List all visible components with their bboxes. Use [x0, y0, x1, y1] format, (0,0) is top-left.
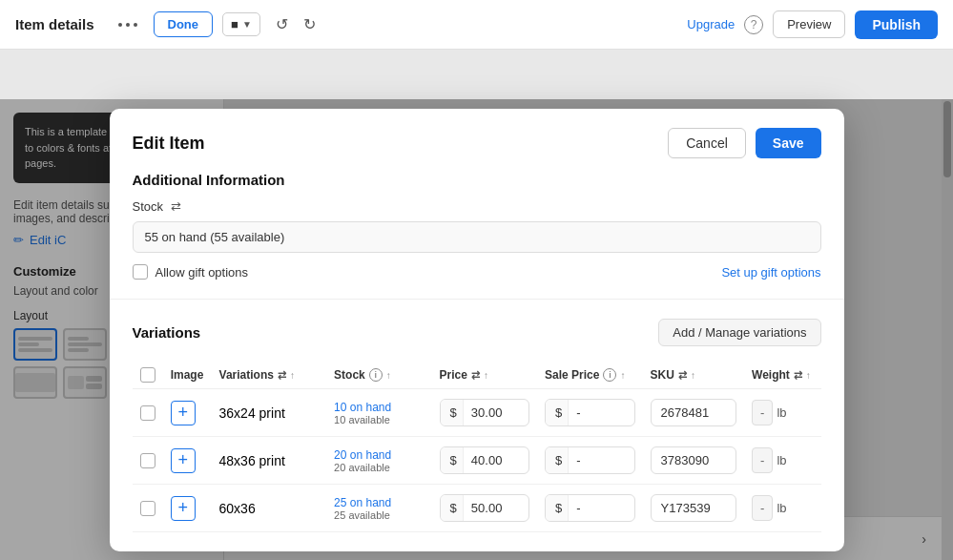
var-sync-icon[interactable]: ⇄ — [278, 369, 286, 382]
stock-info-icon[interactable]: i — [369, 368, 383, 382]
variation-name: 36x24 print — [219, 405, 285, 421]
table-row: + 48x36 print 20 on hand 20 available $ … — [133, 437, 821, 485]
sale-currency-1: $ — [546, 447, 569, 473]
gift-label: Allow gift options — [155, 265, 249, 280]
gift-checkbox[interactable] — [133, 264, 148, 280]
sync-icon[interactable]: ⇄ — [171, 199, 181, 214]
weight-sync-icon[interactable]: ⇄ — [794, 369, 802, 382]
variations-header: Variations Add / Manage variations — [133, 319, 821, 346]
row-sale-cell: $ — [537, 437, 643, 485]
weight-value-0[interactable]: - — [752, 400, 773, 425]
sale-currency-0: $ — [546, 400, 569, 425]
stock-input[interactable] — [133, 221, 821, 253]
sku-sync-icon[interactable]: ⇄ — [678, 369, 687, 382]
price-input-0[interactable] — [464, 400, 521, 425]
upgrade-button[interactable]: Upgrade — [687, 17, 735, 31]
add-image-button-2[interactable]: + — [171, 496, 196, 521]
stock-sort-icon[interactable]: ↑ — [386, 370, 391, 381]
add-image-button-0[interactable]: + — [171, 401, 196, 425]
weight-sort-icon[interactable]: ↑ — [806, 370, 811, 381]
row-stock-cell: 10 on hand 10 available — [326, 389, 432, 437]
publish-button[interactable]: Publish — [855, 10, 938, 39]
sku-input-1[interactable] — [651, 446, 736, 474]
variations-table: Image Variations ⇄ ↑ — [133, 362, 821, 532]
sku-sort-icon[interactable]: ↑ — [691, 370, 695, 381]
zoom-icon: ■ — [231, 17, 238, 31]
modal-header: Edit Item Cancel Save — [110, 109, 844, 172]
variation-name: 60x36 — [219, 501, 256, 516]
sale-info-icon[interactable]: i — [603, 368, 616, 382]
th-sku: SKU ⇄ ↑ — [643, 362, 744, 389]
stock-row: Stock ⇄ — [133, 199, 821, 214]
price-sort-icon[interactable]: ↑ — [484, 370, 488, 381]
undo-button[interactable]: ↺ — [270, 11, 294, 37]
cancel-button[interactable]: Cancel — [668, 128, 746, 158]
row-variation-cell: 60x36 — [212, 485, 327, 532]
row-weight-cell: - lb — [744, 389, 820, 437]
row-weight-cell: - lb — [744, 437, 820, 485]
table-row: + 36x24 print 10 on hand 10 available $ … — [133, 389, 821, 437]
weight-value-2[interactable]: - — [752, 495, 773, 521]
zoom-control[interactable]: ■ ▼ — [222, 12, 260, 36]
row-image-cell: + — [163, 389, 212, 437]
row-checkbox-2[interactable] — [140, 501, 155, 516]
row-stock-cell: 25 on hand 25 available — [326, 485, 432, 532]
sale-currency-2: $ — [546, 495, 569, 521]
sale-sort-icon[interactable]: ↑ — [620, 370, 625, 381]
row-price-cell: $ — [432, 485, 538, 532]
row-image-cell: + — [163, 437, 212, 485]
th-variations: Variations ⇄ ↑ — [212, 362, 327, 389]
sku-input-2[interactable] — [651, 494, 736, 522]
sale-input-0[interactable] — [569, 400, 626, 425]
save-button[interactable]: Save — [756, 128, 821, 158]
done-button[interactable]: Done — [154, 11, 214, 37]
price-input-2[interactable] — [464, 495, 521, 521]
gift-setup-link[interactable]: Set up gift options — [721, 265, 820, 280]
weight-unit-1: lb — [777, 453, 786, 467]
row-price-cell: $ — [432, 389, 538, 437]
stock-on-hand-2[interactable]: 25 on hand — [334, 496, 425, 509]
select-all-checkbox[interactable] — [140, 367, 155, 383]
price-currency-2: $ — [441, 495, 464, 521]
page-title: Item details — [15, 16, 94, 32]
more-options-button[interactable] — [112, 19, 144, 31]
weight-unit-0: lb — [777, 405, 786, 420]
help-icon[interactable]: ? — [744, 15, 763, 34]
row-checkbox-1[interactable] — [140, 453, 155, 468]
row-sku-cell — [643, 389, 744, 437]
row-sale-cell: $ — [537, 485, 643, 532]
th-stock: Stock i ↑ — [326, 362, 432, 389]
var-sort-icon[interactable]: ↑ — [290, 370, 295, 381]
sale-input-2[interactable] — [569, 495, 626, 521]
zoom-arrow-icon: ▼ — [242, 19, 252, 30]
manage-variations-button[interactable]: Add / Manage variations — [658, 319, 820, 346]
th-price: Price ⇄ ↑ — [432, 362, 538, 389]
top-bar: Item details Done ■ ▼ ↺ ↻ Upgrade ? Prev… — [0, 0, 953, 50]
sku-input-0[interactable] — [651, 399, 736, 426]
stock-available-1: 20 available — [334, 462, 425, 473]
gift-row: Allow gift options Set up gift options — [133, 264, 821, 280]
row-weight-cell: - lb — [744, 485, 820, 532]
table-row: + 60x36 25 on hand 25 available $ $ - — [133, 485, 821, 532]
price-currency-0: $ — [441, 400, 464, 425]
add-image-button-1[interactable]: + — [171, 448, 196, 473]
variation-name: 48x36 print — [219, 453, 285, 468]
th-sale-price: Sale Price i ↑ — [537, 362, 643, 389]
preview-button[interactable]: Preview — [773, 10, 845, 38]
row-sku-cell — [643, 437, 744, 485]
price-input-1[interactable] — [464, 447, 521, 473]
redo-button[interactable]: ↻ — [298, 11, 321, 37]
modal-actions: Cancel Save — [668, 128, 820, 158]
stock-on-hand-1[interactable]: 20 on hand — [334, 448, 425, 462]
row-variation-cell: 36x24 print — [212, 389, 327, 437]
stock-label: Stock — [133, 199, 164, 214]
undo-redo-group: ↺ ↻ — [270, 11, 321, 37]
row-price-cell: $ — [432, 437, 538, 485]
price-sync-icon[interactable]: ⇄ — [471, 369, 480, 382]
stock-on-hand-0[interactable]: 10 on hand — [334, 401, 425, 414]
modal-title: Edit Item — [133, 134, 205, 154]
weight-value-1[interactable]: - — [752, 447, 773, 473]
sale-input-1[interactable] — [569, 447, 626, 473]
additional-info-title: Additional Information — [133, 172, 821, 188]
row-checkbox-0[interactable] — [140, 405, 155, 421]
